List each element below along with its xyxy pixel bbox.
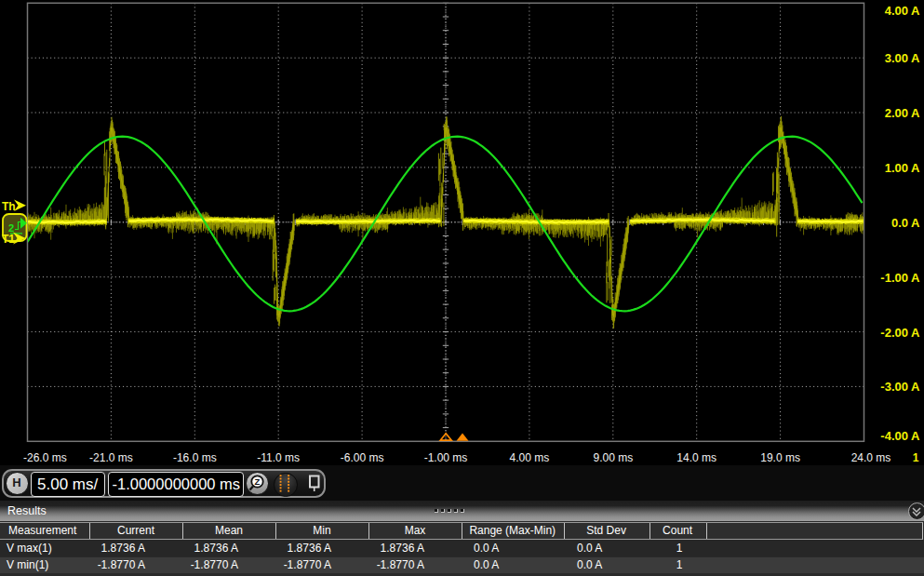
svg-text:-1.00 A: -1.00 A	[880, 271, 920, 285]
svg-text:Z: Z	[255, 476, 261, 487]
svg-text:-2.00 A: -2.00 A	[880, 326, 920, 340]
svg-text:2.00 A: 2.00 A	[885, 106, 920, 120]
svg-text:14.0 ms: 14.0 ms	[676, 451, 716, 464]
svg-text:-3.00 A: -3.00 A	[880, 380, 920, 394]
svg-text:-26.0 ms: -26.0 ms	[23, 451, 67, 464]
svg-text:4.00 A: 4.00 A	[885, 4, 920, 18]
svg-text:-11.0 ms: -11.0 ms	[257, 451, 300, 464]
svg-text:T1: T1	[2, 233, 15, 246]
svg-text:-6.00 ms: -6.00 ms	[341, 451, 384, 464]
svg-text:-4.00 A: -4.00 A	[880, 429, 920, 443]
svg-text:19.0 ms: 19.0 ms	[760, 451, 800, 464]
svg-text:1: 1	[913, 451, 919, 464]
svg-text:Th: Th	[2, 200, 16, 213]
svg-text:24.0 ms: 24.0 ms	[851, 451, 891, 464]
svg-text:3.00 A: 3.00 A	[885, 51, 920, 65]
svg-text:0.0 A: 0.0 A	[891, 216, 920, 230]
svg-text:4.00 ms: 4.00 ms	[510, 451, 550, 464]
svg-text:-1.00 ms: -1.00 ms	[424, 451, 468, 464]
svg-text:9.00 ms: 9.00 ms	[593, 451, 633, 464]
svg-text:-16.0 ms: -16.0 ms	[173, 451, 217, 464]
svg-text:-21.0 ms: -21.0 ms	[89, 451, 133, 464]
svg-text:1.00 A: 1.00 A	[885, 161, 920, 175]
